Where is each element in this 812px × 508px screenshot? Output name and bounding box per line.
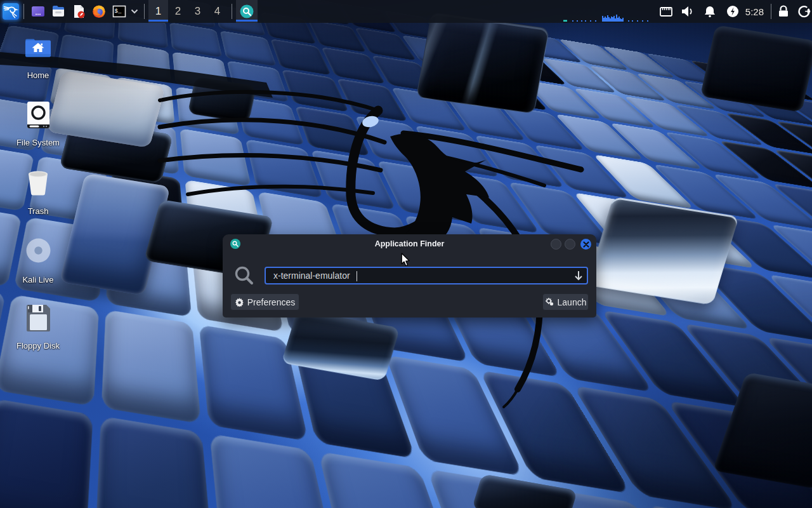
svg-text:$_: $_ [115, 8, 122, 15]
